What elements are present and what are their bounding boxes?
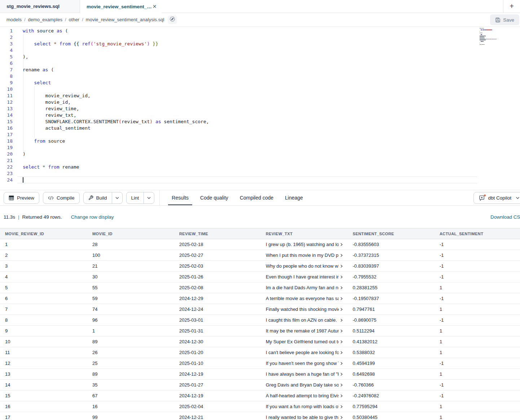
table-cell: 15 (0, 393, 87, 398)
table-cell: 0.77595294 (348, 404, 435, 409)
review-txt-cell: A terrible movie as everyone has said. … (261, 296, 348, 301)
table-cell: 2024-12-19 (174, 371, 261, 377)
new-tab-button[interactable]: + (503, 0, 520, 13)
column-header-review-txt: REVIEW_TXT (261, 232, 348, 236)
compile-button[interactable]: Compile (43, 192, 80, 204)
preview-button[interactable]: Preview (4, 192, 39, 204)
expand-cell-icon[interactable] (340, 405, 343, 408)
dbt-copilot-button[interactable]: dbt Copilot (473, 192, 520, 204)
review-txt-value: Even though I have great interest in Bi… (266, 274, 339, 280)
table-cell: 1 (435, 285, 520, 290)
table-cell: 2024-12-30 (174, 339, 261, 344)
table-cell: -1 (435, 393, 520, 398)
build-button[interactable]: Build (84, 192, 112, 204)
review-txt-value: When I put this movie in my DVD playe… (266, 253, 339, 258)
column-header-review-time: REVIEW_TIME (174, 232, 261, 236)
change-row-display-link[interactable]: Change row display (71, 214, 114, 220)
code-line: 8 (0, 73, 520, 80)
table-row: 1282025-02-18I grew up (b. 1965) watchin… (0, 239, 520, 250)
tab-compiled-code[interactable]: Compiled code (240, 190, 273, 205)
action-bar: Preview Compile Build (0, 190, 520, 206)
expand-cell-icon[interactable] (340, 286, 343, 290)
copilot-label: dbt Copilot (488, 195, 511, 201)
review-txt-value: A half-hearted attempt to bring Elvis P… (266, 393, 339, 398)
download-csv-link[interactable]: Download CSV (490, 214, 520, 220)
code-icon (48, 196, 54, 200)
table-row: 21002025-02-27When I put this movie in m… (0, 250, 520, 261)
line-number: 11 (0, 93, 14, 99)
table-cell: 1 (435, 371, 520, 377)
line-number: 16 (0, 125, 14, 131)
line-number: 2 (0, 34, 14, 41)
line-number: 22 (0, 164, 14, 170)
review-txt-value: I really wanted to be able to give this … (266, 415, 339, 420)
review-txt-cell: When I put this movie in my DVD playe… (261, 253, 348, 258)
lint-dropdown-button[interactable] (144, 192, 154, 204)
expand-cell-icon[interactable] (340, 416, 343, 419)
review-txt-value: Im a die hard Dads Army fan and nothi… (266, 285, 339, 290)
breadcrumb-demo-examples[interactable]: demo_examples (28, 17, 62, 22)
expand-cell-icon[interactable] (340, 394, 343, 398)
tab-code-quality[interactable]: Code quality (200, 190, 228, 205)
save-button[interactable]: Save (490, 14, 519, 25)
meta-separator: | (18, 214, 19, 220)
table-row: 5552025-02-08Im a die hard Dads Army fan… (0, 282, 520, 293)
indent-guide (34, 86, 35, 138)
table-cell: 89 (87, 371, 174, 377)
review-txt-cell: I grew up (b. 1965) watching and lovin… (261, 242, 348, 247)
line-number: 1 (0, 28, 14, 34)
lint-button[interactable]: Lint (127, 192, 144, 204)
expand-cell-icon[interactable] (340, 362, 343, 365)
code-line: 6 (0, 60, 520, 67)
breadcrumb-other[interactable]: other (69, 17, 80, 22)
line-number: 21 (0, 157, 14, 164)
expand-cell-icon[interactable] (340, 264, 343, 268)
table-cell: 96 (87, 317, 174, 323)
tab-results[interactable]: Results (172, 190, 189, 205)
code-line: 2 (0, 34, 520, 41)
table-cell: 30 (87, 274, 174, 280)
expand-cell-icon[interactable] (340, 308, 343, 311)
open-in-docs-button[interactable] (168, 15, 177, 24)
expand-cell-icon[interactable] (340, 254, 343, 257)
build-dropdown-button[interactable] (112, 192, 122, 204)
table-row: 16162025-02-04If you want a fun romp wit… (0, 401, 520, 412)
table-cell: 0.7947761 (348, 307, 435, 312)
expand-cell-icon[interactable] (340, 275, 343, 279)
close-icon[interactable]: ✕ (152, 3, 158, 10)
expand-cell-icon[interactable] (340, 351, 343, 354)
table-cell: -1 (435, 274, 520, 280)
expand-cell-icon[interactable] (340, 340, 343, 344)
code-editor[interactable]: 1with source as (23 select * from {{ ref… (0, 27, 520, 190)
expand-cell-icon[interactable] (340, 243, 343, 246)
table-cell: 74 (87, 307, 174, 312)
expand-cell-icon[interactable] (340, 372, 343, 376)
table-cell: 1 (435, 328, 520, 334)
expand-cell-icon[interactable] (340, 297, 343, 300)
table-header-row: MOVIE_REVIEW_ID MOVIE_ID REVIEW_TIME REV… (0, 228, 520, 239)
expand-cell-icon[interactable] (340, 383, 343, 387)
table-cell: 12 (0, 361, 87, 366)
table-cell: -1 (435, 296, 520, 301)
query-duration: 11.3s (4, 214, 15, 220)
minimap[interactable] (480, 28, 506, 48)
expand-cell-icon[interactable] (340, 318, 343, 322)
expand-cell-icon[interactable] (340, 329, 343, 333)
table-cell: 99 (87, 415, 174, 420)
breadcrumb-models[interactable]: models (6, 17, 22, 22)
line-number: 20 (0, 151, 14, 157)
table-cell: 89 (87, 339, 174, 344)
tab-movie-review-sentiment[interactable]: movie_review_sentiment_… ✕ (80, 0, 162, 13)
code-line: 4 (0, 47, 520, 54)
table-cell: -0.760366 (348, 382, 435, 388)
tab-stg-movie-reviews[interactable]: stg_movie_reviews.sql (0, 0, 80, 13)
code-lines: 1with source as (23 select * from {{ ref… (0, 28, 520, 183)
tab-lineage[interactable]: Lineage (285, 190, 303, 205)
breadcrumb-separator: / (65, 17, 66, 22)
review-txt-value: It may be the remake of 1987 Autumn'… (266, 328, 339, 334)
table-cell: 1 (435, 339, 520, 344)
table-cell: 4 (0, 274, 87, 280)
review-txt-value: My Super Ex Girlfriend turned out to b… (266, 339, 339, 344)
table-cell: -1 (435, 382, 520, 388)
table-row: 13892024-12-19I have always been a huge … (0, 369, 520, 380)
